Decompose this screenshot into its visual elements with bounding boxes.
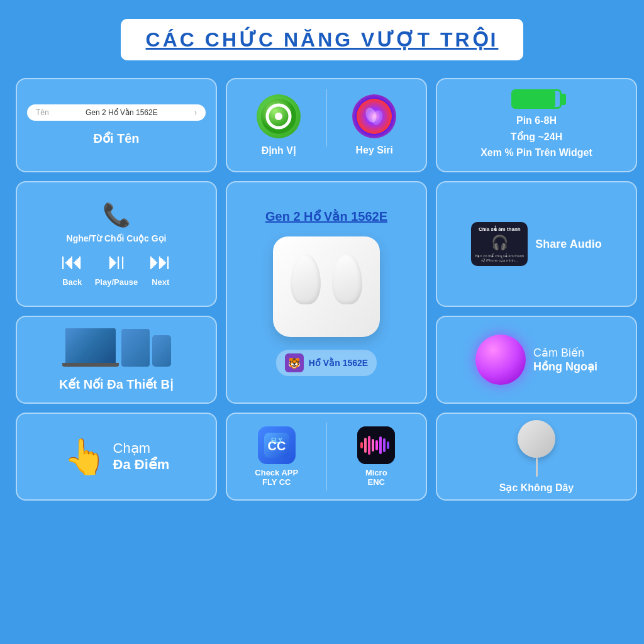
svg-rect-12 xyxy=(368,436,370,455)
card-ket-noi: Kết Nối Đa Thiết Bị xyxy=(16,316,217,404)
product-name: Gen 2 Hổ Vằn 1562E xyxy=(265,209,387,224)
doi-ten-title: Đổi Tên xyxy=(93,131,139,146)
battery-icon xyxy=(511,89,562,109)
svg-rect-17 xyxy=(387,441,389,449)
next-button[interactable]: ⏭ Next xyxy=(149,248,172,287)
play-pause-label: Play/Pause xyxy=(95,277,138,287)
back-label: Back xyxy=(62,277,82,287)
phone-device xyxy=(152,335,171,367)
ket-noi-label: Kết Nối Đa Thiết Bị xyxy=(59,377,174,392)
laptop-screen xyxy=(65,328,116,363)
cham-label: Chạm xyxy=(113,440,150,457)
sub-card-hey-siri: Hey Siri xyxy=(333,89,416,161)
controls-row: ⏮ Back ⏯ Play/Pause ⏭ Next xyxy=(61,248,172,287)
flycc-icon: CC FLY xyxy=(258,426,296,464)
header-box: CÁC CHỨC NĂNG VƯỢT TRỘI xyxy=(121,19,524,60)
devices-image xyxy=(62,328,171,367)
svg-rect-16 xyxy=(383,438,386,452)
airpod-left xyxy=(291,254,321,304)
user-badge: 🐯 Hổ Vằn 1562E xyxy=(276,350,377,376)
user-badge-icon: 🐯 xyxy=(285,353,304,372)
dinh-vi-label: Định Vị xyxy=(262,145,296,157)
sub-card-micro: MicroENC xyxy=(327,420,426,493)
card-sac-khong-day: Sạc Không Dây xyxy=(436,413,637,501)
card-controls: 📞 Nghe/Từ Chối Cuộc Gọi ⏮ Back ⏯ Play/Pa… xyxy=(16,181,217,307)
share-audio-info: Share Audio xyxy=(535,238,601,251)
svg-text:FLY: FLY xyxy=(271,437,282,444)
card-share-audio: Chia sẻ âm thanh 🎧 Bạn có thể chia sẻ âm… xyxy=(436,181,637,307)
touch-icon: 👆 xyxy=(64,436,107,477)
main-grid: Tên Gen 2 Hổ Vằn 1562E › Đổi Tên xyxy=(16,78,628,501)
sub-card-dinh-vi: Định Vị xyxy=(237,89,320,161)
user-badge-name: Hổ Vằn 1562E xyxy=(309,358,368,368)
svg-rect-15 xyxy=(379,436,382,454)
name-bar-label: Tên xyxy=(36,108,49,117)
share-audio-label: Share Audio xyxy=(535,238,601,251)
share-thumb-text: Bạn có thể chia sẻ âm thanh từ iPhone củ… xyxy=(471,253,528,262)
micro-label: MicroENC xyxy=(365,468,387,487)
card-pin: Pin 6-8H Tổng ~24H Xem % Pin Trên Widget xyxy=(436,78,637,172)
chevron-right-icon: › xyxy=(194,108,197,117)
card-center-product: Gen 2 Hổ Vằn 1562E 🐯 Hổ Vằn 1562E xyxy=(226,181,427,404)
siri-icon xyxy=(352,94,396,138)
airpods-image xyxy=(264,230,389,343)
cam-bien-label: Cảm Biến xyxy=(533,346,584,360)
back-button[interactable]: ⏮ Back xyxy=(61,248,84,287)
share-thumb-title: Chia sẻ âm thanh xyxy=(479,226,521,232)
sac-khong-day-label: Sạc Không Dây xyxy=(499,482,574,494)
svg-rect-13 xyxy=(372,439,374,452)
wireless-charger-icon xyxy=(518,420,555,477)
svg-rect-10 xyxy=(360,442,363,448)
name-bar[interactable]: Tên Gen 2 Hổ Vằn 1562E › xyxy=(27,104,206,121)
airpod-right xyxy=(332,254,362,304)
share-audio-thumbnail: Chia sẻ âm thanh 🎧 Bạn có thể chia sẻ âm… xyxy=(471,222,528,266)
svg-rect-11 xyxy=(364,438,367,453)
pin-text: Pin 6-8H Tổng ~24H Xem % Pin Trên Widget xyxy=(480,113,592,161)
next-icon: ⏭ xyxy=(149,248,172,275)
next-label: Next xyxy=(152,277,169,287)
charger-cable xyxy=(536,458,538,477)
cham-info: Chạm Đa Điểm xyxy=(113,440,170,473)
card-doi-ten: Tên Gen 2 Hổ Vằn 1562E › Đổi Tên xyxy=(16,78,217,172)
card-cham-da-diem: 👆 Chạm Đa Điểm xyxy=(16,413,217,501)
cam-bien-info: Cảm Biến Hồng Ngoại xyxy=(533,346,597,374)
tablet-device xyxy=(121,329,150,367)
controls-label: Nghe/Từ Chối Cuộc Gọi xyxy=(67,233,167,243)
phone-icon: 📞 xyxy=(103,202,131,228)
card-flycc-micro: CC FLY Check APPFLY CC xyxy=(226,413,427,501)
card-cam-bien: Cảm Biến Hồng Ngoại xyxy=(436,316,637,404)
battery-fill xyxy=(513,91,555,107)
sub-card-flycc: CC FLY Check APPFLY CC xyxy=(227,420,326,493)
cam-bien-label-bold: Hồng Ngoại xyxy=(533,360,597,374)
card-dinh-vi-siri: Định Vị Hey Siri xyxy=(226,78,427,172)
dinh-vi-icon xyxy=(257,94,301,138)
back-icon: ⏮ xyxy=(61,248,84,275)
hey-siri-label: Hey Siri xyxy=(355,145,393,156)
divider xyxy=(326,89,327,147)
play-pause-button[interactable]: ⏯ Play/Pause xyxy=(95,248,138,287)
headphones-icon: 🎧 xyxy=(491,235,508,251)
airpods-case xyxy=(273,236,380,337)
ir-sphere-icon xyxy=(475,335,526,385)
play-pause-icon: ⏯ xyxy=(105,248,128,275)
svg-rect-14 xyxy=(375,440,378,450)
micro-icon xyxy=(357,426,395,464)
svg-point-2 xyxy=(275,113,282,120)
name-bar-value: Gen 2 Hổ Vằn 1562E xyxy=(86,108,158,117)
cham-label-bold: Đa Điểm xyxy=(113,457,170,473)
charger-pad xyxy=(518,420,555,458)
page-title: CÁC CHỨC NĂNG VƯỢT TRỘI xyxy=(146,28,499,52)
laptop-base xyxy=(62,363,119,367)
flycc-label: Check APPFLY CC xyxy=(255,468,298,487)
laptop-device xyxy=(62,328,119,367)
